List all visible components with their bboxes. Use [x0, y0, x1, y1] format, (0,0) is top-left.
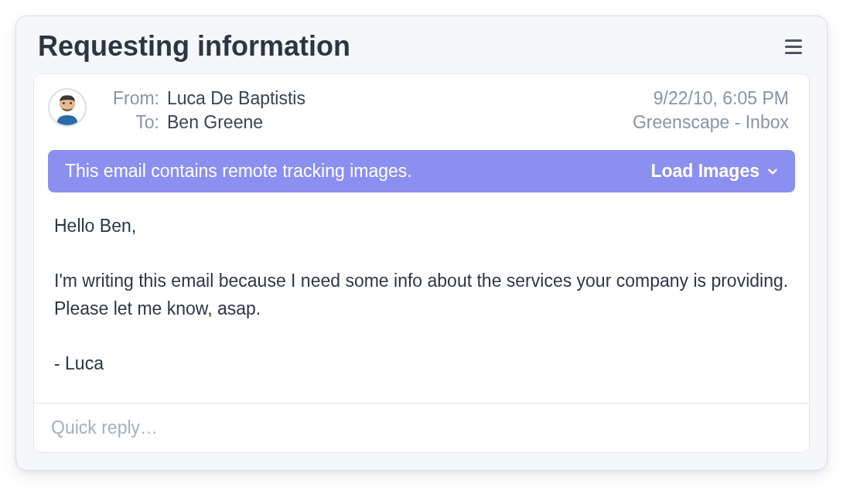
email-body: Hello Ben, I'm writing this email becaus… [34, 192, 809, 403]
avatar [48, 88, 87, 127]
to-value: Ben Greene [167, 112, 625, 133]
card-header: Requesting information [16, 16, 827, 73]
timestamp: 9/22/10, 6:05 PM [633, 88, 789, 109]
email-panel: From: Luca De Baptistis 9/22/10, 6:05 PM… [33, 73, 810, 453]
email-subject: Requesting information [38, 30, 350, 63]
email-card: Requesting information From: [15, 15, 828, 471]
banner-text: This email contains remote tracking imag… [65, 161, 412, 182]
load-images-button[interactable]: Load Images [650, 161, 778, 182]
email-meta: From: Luca De Baptistis 9/22/10, 6:05 PM… [34, 74, 809, 141]
hamburger-icon [785, 39, 802, 42]
to-label: To: [97, 112, 159, 133]
reply-row [34, 403, 809, 452]
svg-point-3 [70, 102, 72, 104]
folder-label: Greenscape - Inbox [633, 112, 789, 133]
load-images-label: Load Images [650, 161, 759, 182]
tracking-banner: This email contains remote tracking imag… [48, 150, 795, 192]
menu-button[interactable] [783, 36, 805, 57]
svg-point-2 [63, 102, 65, 104]
meta-grid: From: Luca De Baptistis 9/22/10, 6:05 PM… [97, 88, 789, 133]
from-value: Luca De Baptistis [167, 88, 625, 109]
chevron-down-icon [767, 166, 778, 177]
person-icon [49, 88, 85, 127]
quick-reply-input[interactable] [34, 404, 809, 452]
from-label: From: [97, 88, 159, 109]
